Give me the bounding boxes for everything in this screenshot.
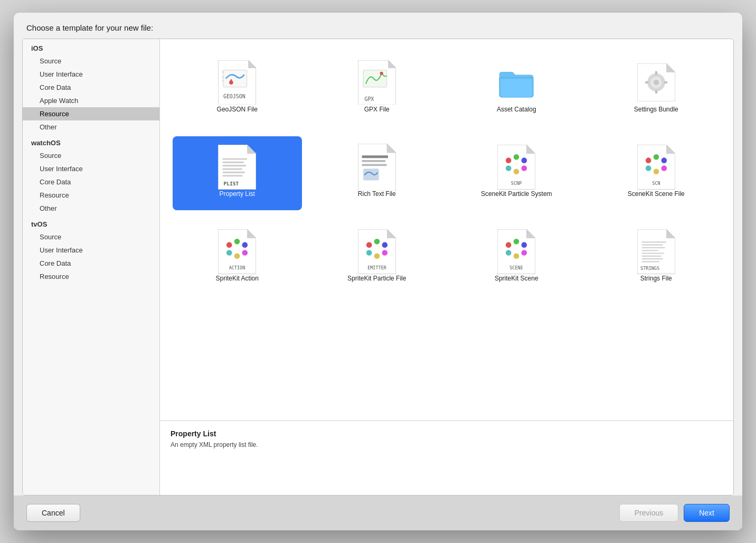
template-label-geojson: GeoJSON File: [217, 106, 258, 114]
sidebar-item-ios-coredata[interactable]: Core Data: [23, 81, 159, 94]
svg-point-76: [514, 239, 519, 245]
template-icon-geojson: GEOJSON: [218, 63, 256, 101]
sidebar-item-ios-other[interactable]: Other: [23, 120, 159, 134]
template-item-scenekit-particle[interactable]: SCNP SceneKit Particle System: [452, 136, 581, 210]
svg-rect-87: [641, 250, 658, 251]
svg-rect-21: [664, 81, 667, 83]
description-text: An empty XML property list file.: [171, 441, 723, 448]
svg-rect-26: [223, 165, 246, 166]
svg-point-69: [366, 250, 372, 256]
template-item-spritekit-action[interactable]: ACTION SpriteKit Action: [173, 221, 302, 295]
svg-text:ACTION: ACTION: [229, 265, 245, 270]
next-button[interactable]: Next: [684, 504, 730, 522]
svg-point-17: [653, 80, 659, 86]
content-area: GEOJSON GeoJSON File GPX GPX File Asset …: [160, 39, 733, 495]
sidebar-item-tv-ui[interactable]: User Interface: [23, 244, 159, 257]
template-item-spritekit-scene[interactable]: SCENE SpriteKit Scene: [452, 221, 581, 295]
svg-point-49: [653, 154, 659, 160]
dialog-footer: Cancel Previous Next: [14, 495, 742, 530]
template-icon-spritekit-particle: EMITTER: [358, 232, 396, 270]
svg-point-48: [646, 157, 651, 163]
sidebar-item-tv-coredata[interactable]: Core Data: [23, 257, 159, 270]
description-area: Property List An empty XML property list…: [160, 421, 733, 495]
description-title: Property List: [171, 429, 723, 438]
svg-rect-18: [655, 71, 657, 74]
svg-rect-86: [641, 247, 665, 248]
svg-rect-33: [362, 155, 388, 158]
svg-text:GEOJSON: GEOJSON: [223, 93, 245, 99]
sidebar-item-watch-source[interactable]: Source: [23, 149, 159, 162]
template-icon-asset-catalog: [497, 63, 535, 101]
template-label-gpx: GPX File: [364, 106, 390, 114]
svg-marker-1: [248, 60, 256, 68]
sidebar-item-ios-source[interactable]: Source: [23, 54, 159, 68]
template-icon-scenekit-scene: SCN: [637, 148, 675, 186]
svg-point-77: [522, 242, 527, 248]
sidebar-item-watch-resource[interactable]: Resource: [23, 189, 159, 202]
svg-rect-35: [362, 164, 386, 166]
navigation-buttons: Previous Next: [619, 504, 730, 522]
svg-point-75: [506, 242, 512, 248]
previous-button[interactable]: Previous: [619, 504, 678, 522]
template-item-spritekit-particle[interactable]: EMITTER SpriteKit Particle File: [313, 221, 442, 295]
svg-point-59: [242, 242, 248, 248]
svg-point-41: [522, 157, 527, 163]
svg-point-53: [661, 165, 667, 171]
sidebar-item-tv-resource[interactable]: Resource: [23, 270, 159, 283]
template-item-gpx[interactable]: GPX GPX File: [313, 52, 442, 126]
svg-point-70: [374, 253, 380, 259]
svg-rect-28: [223, 172, 245, 173]
dialog-body: iOSSourceUser InterfaceCore DataApple Wa…: [22, 39, 734, 495]
svg-rect-6: [223, 70, 247, 87]
svg-point-66: [366, 242, 372, 248]
template-item-rich-text[interactable]: Rich Text File: [313, 136, 442, 210]
svg-text:SCN: SCN: [652, 181, 660, 186]
template-item-settings-bundle[interactable]: Settings Bundle: [592, 52, 721, 126]
svg-rect-27: [223, 168, 242, 170]
template-icon-spritekit-scene: SCENE: [497, 232, 535, 270]
template-item-strings[interactable]: STRINGS Strings File: [592, 221, 721, 295]
template-label-rich-text: Rich Text File: [358, 190, 396, 199]
svg-rect-91: [641, 261, 659, 262]
svg-text:SCENE: SCENE: [510, 265, 524, 270]
svg-rect-34: [362, 160, 385, 162]
svg-point-79: [514, 253, 519, 259]
template-icon-property-list: PLIST: [218, 148, 256, 186]
template-label-settings-bundle: Settings Bundle: [634, 106, 678, 114]
template-label-spritekit-scene: SpriteKit Scene: [495, 275, 538, 283]
svg-point-11: [380, 72, 383, 75]
sidebar-item-ios-applewatch[interactable]: Apple Watch: [23, 94, 159, 107]
cancel-button[interactable]: Cancel: [26, 504, 80, 522]
template-icon-settings-bundle: [637, 63, 675, 101]
sidebar-item-ios-resource[interactable]: Resource: [23, 107, 159, 120]
svg-point-51: [646, 165, 651, 171]
svg-point-67: [374, 239, 380, 245]
template-item-scenekit-scene[interactable]: SCN SceneKit Scene File: [592, 136, 721, 210]
svg-rect-84: [641, 241, 666, 242]
svg-text:SCNP: SCNP: [511, 181, 522, 186]
template-item-property-list[interactable]: PLIST Property List: [173, 136, 302, 210]
sidebar: iOSSourceUser InterfaceCore DataApple Wa…: [23, 39, 160, 495]
sidebar-item-watch-other[interactable]: Other: [23, 202, 159, 215]
svg-point-40: [514, 154, 519, 160]
sidebar-item-watch-ui[interactable]: User Interface: [23, 162, 159, 175]
svg-rect-10: [363, 70, 387, 87]
template-icon-strings: STRINGS: [637, 232, 675, 270]
sidebar-section-ios: iOS: [23, 39, 159, 54]
svg-point-57: [226, 242, 232, 248]
template-icon-scenekit-particle: SCNP: [497, 148, 535, 186]
template-item-geojson[interactable]: GEOJSON GeoJSON File: [173, 52, 302, 126]
svg-text:EMITTER: EMITTER: [367, 265, 387, 270]
svg-point-50: [661, 157, 667, 163]
template-label-spritekit-particle: SpriteKit Particle File: [347, 275, 406, 283]
svg-point-44: [522, 165, 527, 171]
sidebar-item-ios-ui[interactable]: User Interface: [23, 68, 159, 81]
template-label-scenekit-scene: SceneKit Scene File: [628, 190, 685, 199]
svg-rect-29: [223, 175, 243, 176]
template-label-strings: Strings File: [640, 275, 672, 283]
svg-text:GPX: GPX: [364, 96, 374, 102]
template-item-asset-catalog[interactable]: Asset Catalog: [452, 52, 581, 126]
svg-rect-24: [223, 158, 248, 160]
sidebar-item-tv-source[interactable]: Source: [23, 230, 159, 244]
sidebar-item-watch-coredata[interactable]: Core Data: [23, 175, 159, 189]
